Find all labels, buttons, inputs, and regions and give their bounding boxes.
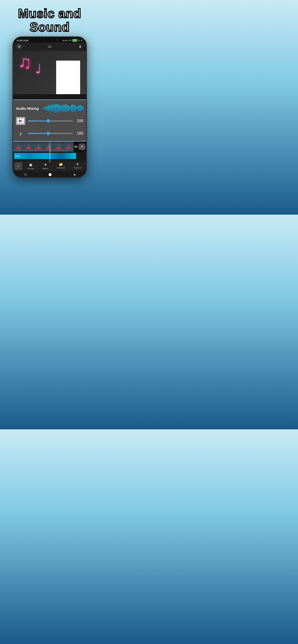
video-slider-fill xyxy=(28,120,48,122)
video-icon xyxy=(16,117,25,125)
sounds-icon: ◉ xyxy=(29,162,32,167)
status-right: ▲▲▲ 4G 91 ⚡ xyxy=(62,39,83,42)
video-slider-value: 100 xyxy=(76,119,83,123)
film-frame-3 xyxy=(33,142,43,152)
phone-notch xyxy=(39,37,60,42)
waveform-bar xyxy=(71,105,72,112)
music-slider-row: ♪ 100 xyxy=(16,130,83,137)
waveform-bar xyxy=(75,106,76,111)
lightning-icon: ⚡ xyxy=(80,39,83,42)
music-slider-track[interactable] xyxy=(28,133,73,134)
film-frame-6 xyxy=(64,142,74,152)
video-slider-row: 100 xyxy=(16,117,83,125)
waveform-bar xyxy=(58,104,59,112)
timeline-section: En + fm,etc xyxy=(13,141,86,162)
preview-area: ♫ ♩ xyxy=(13,51,86,94)
music-slider-fill xyxy=(28,133,48,134)
waveform-bar xyxy=(52,105,53,112)
music-note-2: ♩ xyxy=(35,61,42,76)
nav-back-button[interactable]: ‹ xyxy=(14,162,22,170)
signal-text: 4G xyxy=(69,39,72,42)
waveform-bar xyxy=(72,104,73,112)
audio-track: fm,etc xyxy=(14,153,76,159)
en-badge: En xyxy=(74,146,78,148)
extracted-icon: 📁 xyxy=(59,162,63,166)
waveform-bar xyxy=(54,104,55,112)
signal-icon: ▲▲▲ xyxy=(62,39,68,42)
waveform-bar xyxy=(57,104,58,113)
waveform-bar xyxy=(42,108,43,109)
battery-fill xyxy=(73,39,77,42)
music-slider-value: 100 xyxy=(76,131,83,136)
voiceover-icon: 🎙 xyxy=(76,162,79,166)
waveform-bar xyxy=(77,106,78,110)
waveform-bar xyxy=(60,105,60,112)
preview-document xyxy=(56,60,80,94)
battery-icon xyxy=(72,39,78,42)
music-note-icon: ♪ xyxy=(16,130,25,137)
waveform-bar xyxy=(78,106,79,112)
film-frame-5 xyxy=(54,142,64,152)
waveform-display xyxy=(42,103,83,113)
waveform-bar xyxy=(51,104,52,112)
effects-label: Effects xyxy=(43,168,48,170)
main-title: Music and Sound xyxy=(5,7,95,34)
audio-mixing-panel: Audio Mixing xyxy=(13,100,87,142)
bottom-nav: ‹ ◉ Sounds ✦ Effects 📁 Extracted 🎙 Voice… xyxy=(13,161,86,171)
music-slider-thumb[interactable] xyxy=(46,132,50,135)
video-slider-thumb[interactable] xyxy=(46,119,50,123)
waveform-bar xyxy=(55,105,56,112)
film-frame-1 xyxy=(13,142,23,152)
waveform-bar xyxy=(62,105,63,112)
title-section: Music and Sound xyxy=(0,0,99,36)
audio-track-label: fm,etc xyxy=(15,155,20,157)
upload-button[interactable]: ⬆ xyxy=(77,44,83,50)
back-button[interactable]: ◀ xyxy=(73,173,75,176)
phone-mockup: 11:15 | 0,1K ▲▲▲ 4G 91 ⚡ ✕ 20s ⬆ xyxy=(13,36,87,178)
waveform-bar xyxy=(47,106,48,111)
topbar-duration: 20s xyxy=(48,46,52,48)
extracted-label: Extracted xyxy=(57,167,65,169)
nav-item-extracted[interactable]: 📁 Extracted xyxy=(57,162,65,170)
square-button[interactable]: ⬛ xyxy=(24,173,27,176)
add-button[interactable]: + xyxy=(79,143,85,150)
waveform-bar xyxy=(64,105,65,112)
system-buttons: ⬛ ⬤ ◀ xyxy=(13,173,86,176)
nav-items: ◉ Sounds ✦ Effects 📁 Extracted 🎙 Voiceov… xyxy=(23,162,86,170)
playhead xyxy=(50,141,50,162)
film-frame-4 xyxy=(43,142,54,152)
app-container: Music and Sound 11:15 | 0,1K ▲▲▲ 4G 91 ⚡ xyxy=(0,0,99,215)
phone-topbar: ✕ 20s ⬆ xyxy=(13,42,86,51)
waveform-bar xyxy=(67,105,68,112)
waveform-bar xyxy=(74,105,75,112)
waveform-bar xyxy=(61,106,62,111)
status-time: 11:15 | 0,1K xyxy=(17,39,29,42)
film-frame-2 xyxy=(23,142,33,152)
audio-mixing-title: Audio Mixing xyxy=(16,106,39,110)
waveform-bar xyxy=(65,104,66,112)
waveform-bar xyxy=(80,105,81,112)
waveform-bar xyxy=(45,107,46,110)
home-button[interactable]: ⬤ xyxy=(49,173,52,176)
battery-level: 91 xyxy=(78,39,80,42)
voiceover-label: Voiceover xyxy=(73,167,82,169)
waveform-bar xyxy=(83,106,83,110)
nav-item-effects[interactable]: ✦ Effects xyxy=(43,162,48,170)
music-note-1: ♫ xyxy=(18,52,32,72)
sounds-label: Sounds xyxy=(28,168,34,170)
waveform-bar xyxy=(81,106,82,111)
waveform-bar xyxy=(48,105,49,112)
nav-item-sounds[interactable]: ◉ Sounds xyxy=(28,162,34,170)
audio-mixing-header: Audio Mixing xyxy=(16,103,83,113)
waveform-bar xyxy=(70,106,71,110)
waveform-bar xyxy=(68,106,69,112)
effects-icon: ✦ xyxy=(44,162,47,167)
video-slider-track[interactable] xyxy=(28,120,73,122)
nav-item-voiceover[interactable]: 🎙 Voiceover xyxy=(73,162,82,170)
waveform-bar xyxy=(49,106,50,112)
close-button[interactable]: ✕ xyxy=(16,44,22,50)
battery-container: 91 ⚡ xyxy=(72,39,83,42)
music-notes: ♫ ♩ xyxy=(18,54,42,72)
waveform-bar xyxy=(44,108,45,110)
